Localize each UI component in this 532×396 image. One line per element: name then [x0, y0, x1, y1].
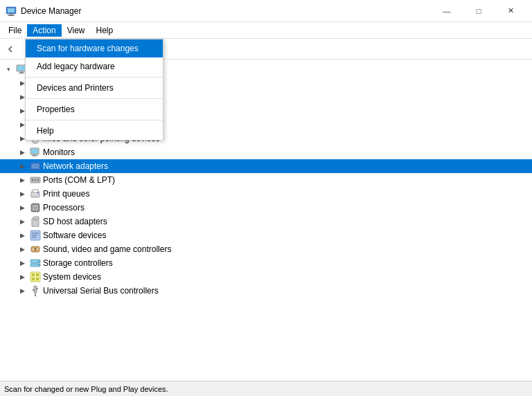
- back-button[interactable]: [3, 41, 19, 57]
- software-icon: [30, 230, 41, 241]
- svg-rect-52: [33, 206, 37, 210]
- svg-rect-81: [32, 273, 35, 276]
- action-dropdown: Scan for hardware changes Add legacy har…: [25, 39, 163, 141]
- action-help[interactable]: Help: [26, 122, 163, 140]
- svg-rect-70: [32, 235, 37, 236]
- svg-rect-35: [31, 149, 38, 154]
- action-scan-hardware[interactable]: Scan for hardware changes: [26, 39, 163, 57]
- item-label: Software devices: [43, 231, 106, 240]
- close-button[interactable]: ✕: [495, 3, 526, 19]
- svg-rect-69: [32, 233, 39, 234]
- expand-icon[interactable]: ▶: [17, 244, 28, 255]
- item-label: SD host adapters: [43, 217, 107, 226]
- svg-rect-36: [33, 154, 36, 156]
- expand-icon[interactable]: ▶: [17, 285, 28, 296]
- expand-icon[interactable]: ▶: [17, 216, 28, 227]
- list-item[interactable]: ▶ Processors: [0, 201, 532, 215]
- print-icon: [30, 188, 41, 199]
- minimize-button[interactable]: —: [431, 3, 463, 19]
- list-item[interactable]: ▶ Print queues: [0, 187, 532, 201]
- menu-bar: File Action View Help Scan for hardware …: [0, 22, 532, 39]
- svg-rect-83: [32, 278, 35, 280]
- maximize-button[interactable]: □: [463, 3, 495, 19]
- dropdown-separator-3: [26, 120, 163, 120]
- svg-rect-14: [19, 73, 24, 73]
- list-item[interactable]: ▶ Sound, video and game controllers: [0, 242, 532, 256]
- item-label: Monitors: [43, 147, 75, 157]
- title-bar-left: Device Manager: [6, 6, 81, 17]
- window-title: Device Manager: [21, 6, 81, 16]
- list-item[interactable]: ▶ Network adapters: [0, 159, 532, 173]
- expand-icon[interactable]: ▶: [17, 188, 28, 199]
- menu-view[interactable]: View: [62, 24, 91, 37]
- svg-rect-82: [36, 273, 39, 276]
- ports-icon: [30, 174, 41, 186]
- item-label: Storage controllers: [43, 258, 113, 268]
- action-devices-printers[interactable]: Devices and Printers: [26, 79, 163, 97]
- action-properties[interactable]: Properties: [26, 100, 163, 118]
- title-controls: — □ ✕: [431, 3, 526, 19]
- svg-rect-3: [8, 15, 15, 16]
- back-icon: [6, 44, 16, 54]
- svg-point-74: [37, 249, 39, 251]
- dropdown-separator-1: [26, 77, 163, 78]
- item-label: Network adapters: [43, 161, 108, 171]
- list-item[interactable]: ▶ SD host adapters: [0, 215, 532, 228]
- list-item[interactable]: ▶ Storage controllers: [0, 256, 532, 270]
- action-add-legacy[interactable]: Add legacy hardware: [26, 57, 163, 75]
- svg-rect-44: [35, 179, 36, 181]
- expand-icon[interactable]: ▶: [17, 271, 28, 282]
- item-label: Sound, video and game controllers: [43, 244, 171, 254]
- svg-rect-87: [33, 289, 35, 291]
- expand-icon[interactable]: ▶: [17, 161, 28, 172]
- sd-icon: [30, 216, 41, 227]
- svg-rect-48: [33, 195, 38, 196]
- svg-rect-45: [37, 179, 39, 181]
- svg-rect-2: [9, 14, 13, 15]
- item-label: Universal Serial Bus controllers: [43, 286, 159, 296]
- dropdown-separator-2: [26, 98, 163, 99]
- list-item[interactable]: ▶ Monitors: [0, 145, 532, 159]
- storage-icon: [30, 258, 41, 269]
- list-item[interactable]: ▶ Ports (COM & LPT): [0, 173, 532, 187]
- item-label: Ports (COM & LPT): [43, 175, 115, 185]
- status-text: Scan for changed or new Plug and Play de…: [4, 385, 168, 393]
- svg-point-79: [38, 264, 39, 266]
- cpu-icon: [30, 202, 41, 213]
- expand-icon[interactable]: ▶: [17, 147, 28, 158]
- item-label: System devices: [43, 272, 101, 282]
- svg-point-73: [33, 249, 35, 251]
- expand-icon[interactable]: ▶: [17, 202, 28, 213]
- svg-point-50: [37, 192, 39, 194]
- list-item[interactable]: ▶ Universal Serial Bus controllers: [0, 284, 532, 298]
- sound-icon: [30, 244, 41, 255]
- svg-rect-1: [8, 8, 15, 12]
- usb-icon: [30, 285, 41, 296]
- menu-help[interactable]: Help: [91, 24, 119, 37]
- system-icon: [30, 271, 41, 282]
- svg-rect-65: [33, 218, 35, 221]
- title-bar: Device Manager — □ ✕: [0, 0, 532, 22]
- menu-action[interactable]: Action: [27, 24, 61, 37]
- monitor2-icon: [30, 147, 41, 158]
- svg-rect-49: [33, 197, 37, 197]
- app-icon: [6, 6, 17, 17]
- list-item[interactable]: ▶ Software devices: [0, 228, 532, 242]
- svg-point-78: [38, 261, 39, 262]
- expand-root-icon[interactable]: ▾: [3, 64, 14, 75]
- list-item[interactable]: ▶ System devices: [0, 270, 532, 284]
- svg-rect-88: [36, 288, 38, 289]
- svg-rect-71: [32, 237, 36, 238]
- svg-rect-84: [36, 278, 39, 280]
- svg-rect-67: [37, 218, 38, 221]
- expand-icon[interactable]: ▶: [17, 174, 28, 186]
- expand-icon[interactable]: ▶: [17, 258, 28, 269]
- svg-rect-47: [33, 190, 38, 192]
- svg-rect-66: [35, 218, 37, 221]
- svg-rect-75: [35, 248, 36, 251]
- svg-rect-43: [32, 179, 33, 181]
- expand-icon[interactable]: ▶: [17, 230, 28, 241]
- menu-file[interactable]: File: [3, 24, 27, 37]
- svg-point-89: [35, 295, 36, 296]
- svg-rect-37: [32, 156, 37, 156]
